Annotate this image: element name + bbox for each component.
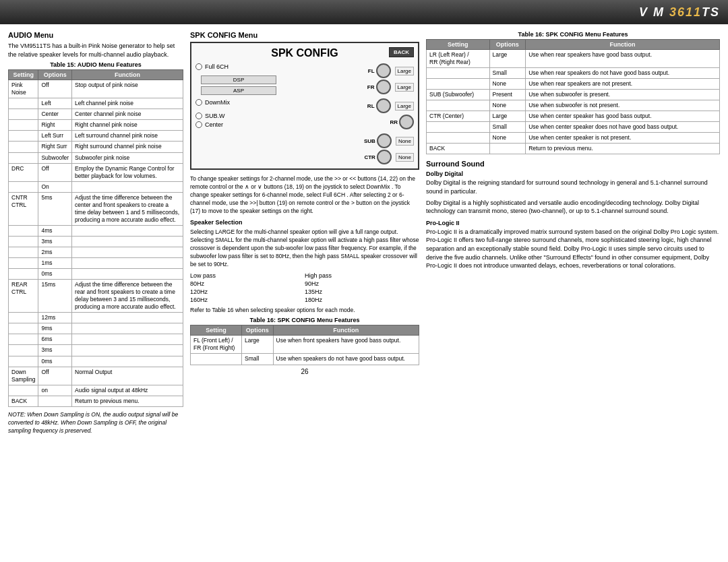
- subw-label: SUB.W: [205, 113, 225, 119]
- rl-size: Large: [395, 102, 414, 111]
- radio-full6ch[interactable]: [195, 63, 202, 70]
- prologic-subtitle: Pro-Logic II: [426, 220, 720, 226]
- freq-90hz: 90Hz: [305, 280, 419, 288]
- audio-note: NOTE: When Down Sampling is ON, the audi…: [8, 411, 183, 435]
- right-column: Table 16: SPK CONFIG Menu Features Setti…: [426, 31, 720, 555]
- fl-label: FL: [368, 68, 375, 74]
- freq-120hz: 120Hz: [190, 288, 305, 296]
- sub-speaker: SUB: [364, 133, 392, 148]
- speaker-diagram: FL Large FR Large RL: [282, 63, 414, 164]
- freq-header-high: High pass: [305, 272, 419, 280]
- dolby-digital-p2: Dolby Digital is a highly sophisticated …: [426, 199, 720, 216]
- r-header-options: Options: [489, 40, 526, 50]
- left-column: AUDIO Menu The VM9511TS has a built-in P…: [8, 31, 183, 555]
- subw-row: SUB.W: [195, 113, 276, 119]
- full-6ch-option: Full 6CH: [195, 63, 276, 70]
- spk-config-table-right: Setting Options Function LR (Left Rear) …: [426, 39, 720, 154]
- audio-menu-title: AUDIO Menu: [8, 31, 183, 39]
- r-header-function: Function: [526, 40, 720, 50]
- dsp-button[interactable]: DSP: [201, 75, 276, 84]
- mid-column: SPK CONFIG Menu SPK CONFIG BACK Full 6CH…: [190, 31, 419, 555]
- radio-downmix[interactable]: [195, 99, 202, 106]
- speaker-selection-text: Selecting LARGE for the multi-channel sp…: [190, 228, 419, 268]
- ctr-size: None: [396, 153, 414, 162]
- col-header-setting: Setting: [9, 70, 38, 80]
- rr-speaker: RR: [390, 115, 414, 129]
- back-button[interactable]: BACK: [389, 47, 414, 57]
- radio-center[interactable]: [195, 121, 202, 128]
- downmix-option: DownMix: [195, 99, 276, 106]
- spk-options: Full 6CH DSP ASP DownMix SUB.W: [195, 63, 276, 164]
- freq-135hz: 135Hz: [305, 288, 419, 296]
- r-header-setting: Setting: [427, 40, 490, 50]
- dolby-digital-p1: Dolby Digital is the reigning standard f…: [426, 179, 720, 195]
- fr-label: FR: [367, 84, 375, 90]
- sub-label: SUB: [364, 138, 375, 144]
- refer-text: Refer to Table 16 when selecting speaker…: [190, 307, 419, 315]
- spk-body-text: To change speaker settings for 2-channel…: [190, 175, 419, 215]
- spk-table2-title: Table 16: SPK CONFIG Menu Features: [190, 317, 419, 323]
- t2-header-function: Function: [273, 325, 419, 336]
- right-table-title: Table 16: SPK CONFIG Menu Features: [426, 31, 720, 38]
- full6ch-label: Full 6CH: [205, 63, 229, 70]
- surround-sound-title: Surround Sound: [426, 160, 720, 168]
- freq-180hz: 180Hz: [305, 296, 419, 304]
- dolby-digital-subtitle: Dolby Digital: [426, 170, 720, 177]
- fr-speaker: FR: [367, 80, 391, 94]
- audio-menu-intro: The VM9511TS has a built-in Pink Noise g…: [8, 42, 183, 59]
- center-label: Center: [205, 121, 223, 128]
- downmix-label: DownMix: [205, 99, 230, 106]
- freq-80hz: 80Hz: [190, 280, 305, 288]
- fr-size: Large: [395, 83, 414, 92]
- t2-header-options: Options: [242, 325, 273, 336]
- rl-speaker: RL: [367, 98, 391, 113]
- spk-config-box-title: SPK CONFIG: [195, 47, 414, 59]
- page-number: 26: [190, 368, 419, 375]
- audio-table-title: Table 15: AUDIO Menu Features: [8, 61, 183, 68]
- freq-160hz: 160Hz: [190, 296, 305, 304]
- dsp-asp-buttons: DSP ASP: [201, 75, 276, 95]
- col-header-function: Function: [72, 70, 183, 80]
- freq-header-low: Low pass: [190, 272, 305, 280]
- fl-size: Large: [395, 67, 414, 75]
- sub-size: None: [396, 137, 414, 146]
- prologic-p1: Pro-Logic II is a dramatically improved …: [426, 228, 720, 270]
- rr-label: RR: [390, 119, 398, 125]
- col-header-options: Options: [38, 70, 72, 80]
- spk-config-table2: Setting Options Function FL (Front Left)…: [190, 325, 419, 365]
- t2-header-setting: Setting: [191, 325, 242, 336]
- asp-button[interactable]: ASP: [201, 86, 276, 95]
- speaker-selection-title: Speaker Selection: [190, 218, 419, 227]
- fl-speaker: FL: [368, 63, 391, 78]
- radio-subw[interactable]: [195, 113, 202, 119]
- spk-config-menu-title: SPK CONFIG Menu: [190, 31, 419, 39]
- center-row: Center: [195, 121, 276, 128]
- ctr-label: CTR: [364, 154, 375, 160]
- rl-label: RL: [367, 103, 375, 109]
- frequency-table: Low pass High pass 80Hz 90Hz 120Hz 135Hz…: [190, 272, 419, 304]
- page-header: V M 3611TS: [0, 0, 728, 24]
- logo: V M 3611TS: [639, 5, 720, 20]
- ctr-speaker: CTR: [364, 150, 391, 164]
- spk-config-diagram: SPK CONFIG BACK Full 6CH DSP ASP DownMix: [190, 42, 419, 170]
- main-content: AUDIO Menu The VM9511TS has a built-in P…: [0, 24, 728, 562]
- audio-menu-table: Setting Options Function Pink NoiseOffSt…: [8, 69, 183, 407]
